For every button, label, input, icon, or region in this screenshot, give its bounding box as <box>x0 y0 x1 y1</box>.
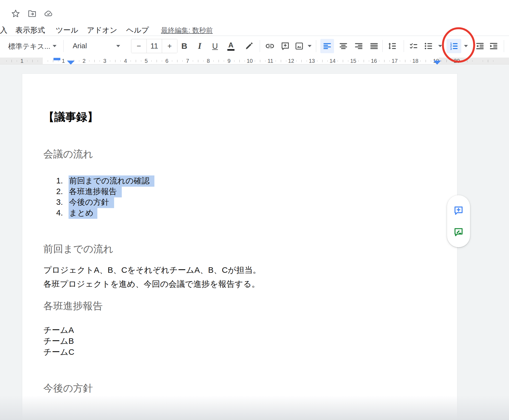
align-center-button[interactable] <box>336 39 350 53</box>
font-dropdown-icon[interactable] <box>116 45 120 47</box>
heading-progress-report: 各班進捗報告 <box>43 300 103 311</box>
underline-icon: U <box>212 42 218 51</box>
italic-button[interactable]: I <box>193 39 207 53</box>
bold-button[interactable]: B <box>177 39 191 53</box>
folder-move-icon[interactable] <box>27 9 37 18</box>
line-spacing-icon <box>387 41 397 51</box>
align-right-button[interactable] <box>352 39 366 53</box>
highlight-color-button[interactable] <box>242 39 256 53</box>
text-color-icon: A <box>227 41 234 51</box>
decrease-font-button[interactable]: − <box>131 39 146 53</box>
toolbar-divider <box>504 40 504 52</box>
align-left-button[interactable] <box>320 39 334 53</box>
list-item[interactable]: 1.前回までの流れの確認 <box>56 175 154 186</box>
list-number: 1. <box>56 175 69 186</box>
text-color-button[interactable]: A <box>224 39 238 53</box>
ruler-label: 2 <box>80 58 88 64</box>
paragraph-line: 各班プロジェクトを進め、今回の会議で進捗を報告する。 <box>43 277 261 291</box>
menu-item-format[interactable]: 表示形式 <box>15 25 45 35</box>
heading-previous-flow: 前回までの流れ <box>43 243 113 254</box>
comment-add-icon <box>280 41 290 51</box>
paragraph-line: プロジェクトA、B、CをそれぞれチームA、B、Cが担当。 <box>43 263 261 277</box>
ruler-label: 15 <box>349 58 357 64</box>
align-justify-button[interactable] <box>367 39 381 53</box>
decrease-indent-button[interactable] <box>473 39 487 53</box>
ruler-label: 17 <box>391 58 398 64</box>
heading-meeting-flow: 会議の流れ <box>43 149 93 160</box>
list-number: 3. <box>56 197 69 207</box>
ruler-label: 18 <box>412 58 419 64</box>
ruler-label: 10 <box>246 58 254 64</box>
team-list[interactable]: チームA チームB チームC <box>43 325 74 357</box>
google-docs-window: 入 表示形式 ツール アドオン ヘルプ 最終編集: 数秒前 標準テキス... A… <box>0 0 509 420</box>
checklist-button[interactable] <box>407 39 420 53</box>
left-indent-marker[interactable] <box>67 61 75 65</box>
list-number: 4. <box>56 208 69 218</box>
font-size-control: − 11 + <box>131 39 177 53</box>
ruler[interactable]: 1 1234567891011121314151617181920 <box>0 58 509 64</box>
comment-add-icon <box>453 205 464 216</box>
team-line: チームA <box>43 325 74 336</box>
add-comment-fab[interactable] <box>453 205 465 217</box>
cloud-check-icon[interactable] <box>44 9 53 18</box>
font-size-value[interactable]: 11 <box>146 39 162 53</box>
ruler-label: 14 <box>329 58 336 64</box>
align-right-icon <box>354 41 364 51</box>
ruler-label: 12 <box>287 58 295 64</box>
increase-font-button[interactable]: + <box>162 39 177 53</box>
ruler-label: 9 <box>225 58 233 64</box>
insert-image-button[interactable] <box>292 39 306 53</box>
align-center-icon <box>338 41 348 51</box>
body-paragraph[interactable]: プロジェクトA、B、CをそれぞれチームA、B、Cが担当。 各班プロジェクトを進め… <box>43 263 261 291</box>
image-dropdown-icon[interactable] <box>308 45 312 47</box>
ruler-margin-label: 1 <box>18 58 26 64</box>
ruler-label: 11 <box>267 58 274 64</box>
team-line: チームC <box>43 347 74 357</box>
underline-button[interactable]: U <box>208 39 222 53</box>
ruler-label: 3 <box>101 58 109 64</box>
increase-indent-icon <box>489 41 499 51</box>
list-item[interactable]: 4.まとめ <box>56 208 97 218</box>
toolbar-divider <box>382 40 383 52</box>
selected-text: 各班進捗報告 <box>69 186 122 197</box>
last-edited-link[interactable]: 最終編集: 数秒前 <box>161 26 213 35</box>
bulleted-list-icon <box>423 41 433 51</box>
align-left-icon <box>322 41 332 51</box>
menu-item-tools[interactable]: ツール <box>56 25 78 35</box>
list-item[interactable]: 3.今後の方針 <box>56 197 114 207</box>
style-dropdown-icon[interactable] <box>53 45 56 47</box>
numbered-list-button[interactable]: 123 <box>446 39 461 53</box>
svg-text:3: 3 <box>450 47 452 50</box>
add-comment-button[interactable] <box>278 39 292 53</box>
suggest-edits-fab[interactable] <box>453 226 465 238</box>
bold-icon: B <box>181 41 187 51</box>
italic-icon: I <box>198 41 201 51</box>
ruler-label: 16 <box>370 58 378 64</box>
paragraph-style-selector[interactable]: 標準テキス... <box>8 42 50 51</box>
selected-text: 今後の方針 <box>69 197 114 208</box>
menu-item-addons[interactable]: アドオン <box>87 25 117 35</box>
menu-item-help[interactable]: ヘルプ <box>126 25 149 35</box>
menu-item-insert-partial[interactable]: 入 <box>0 25 7 35</box>
document-title-text: 【議事録】 <box>43 110 98 123</box>
toolbar-divider <box>63 40 64 52</box>
bulleted-list-button[interactable] <box>422 39 435 53</box>
first-line-indent-marker[interactable] <box>53 58 60 60</box>
numbered-list-dropdown-icon[interactable] <box>464 45 468 47</box>
toolbar-divider <box>260 40 260 52</box>
toolbar-divider <box>404 40 404 52</box>
insert-link-button[interactable] <box>263 39 277 53</box>
ruler-label: 6 <box>163 58 171 64</box>
selected-text: まとめ <box>69 208 97 219</box>
bulleted-list-dropdown-icon[interactable] <box>438 45 442 47</box>
link-icon <box>265 41 275 51</box>
line-spacing-button[interactable] <box>385 39 399 53</box>
ruler-label: 4 <box>122 58 129 64</box>
right-indent-marker[interactable] <box>433 61 441 65</box>
increase-indent-button[interactable] <box>487 39 500 53</box>
list-item[interactable]: 2.各班進捗報告 <box>56 186 122 197</box>
font-name-selector[interactable]: Arial <box>73 42 87 50</box>
star-icon[interactable] <box>11 9 20 18</box>
ruler-label: 20 <box>453 58 461 64</box>
list-number: 2. <box>56 186 69 197</box>
